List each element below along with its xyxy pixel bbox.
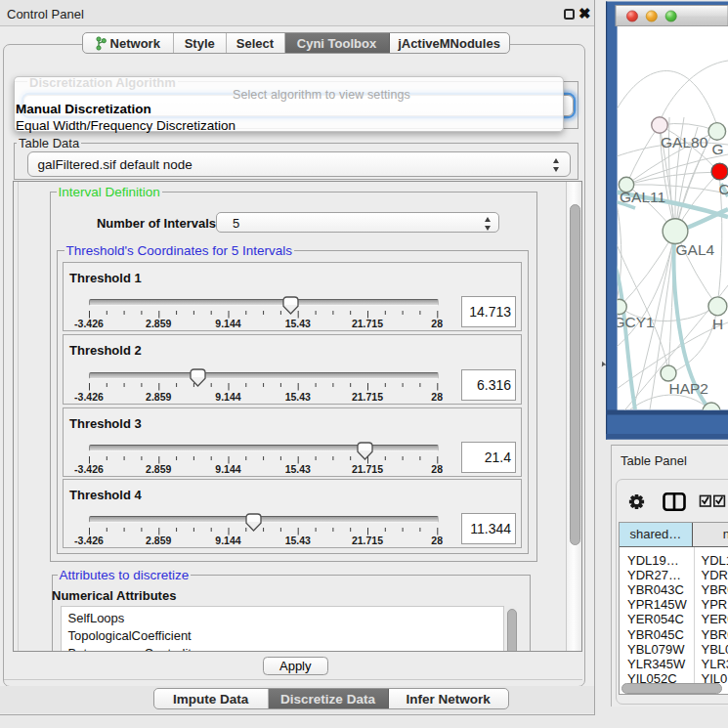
svg-text:GCY1: GCY1 bbox=[614, 314, 655, 330]
svg-text:GAL11: GAL11 bbox=[620, 189, 665, 205]
svg-text:G: G bbox=[712, 141, 724, 157]
svg-text:GAL4: GAL4 bbox=[676, 241, 715, 258]
svg-text:HAP2: HAP2 bbox=[669, 380, 709, 397]
svg-text:C: C bbox=[719, 181, 728, 197]
svg-text:GAL80: GAL80 bbox=[661, 134, 708, 150]
svg-text:H: H bbox=[712, 316, 723, 332]
